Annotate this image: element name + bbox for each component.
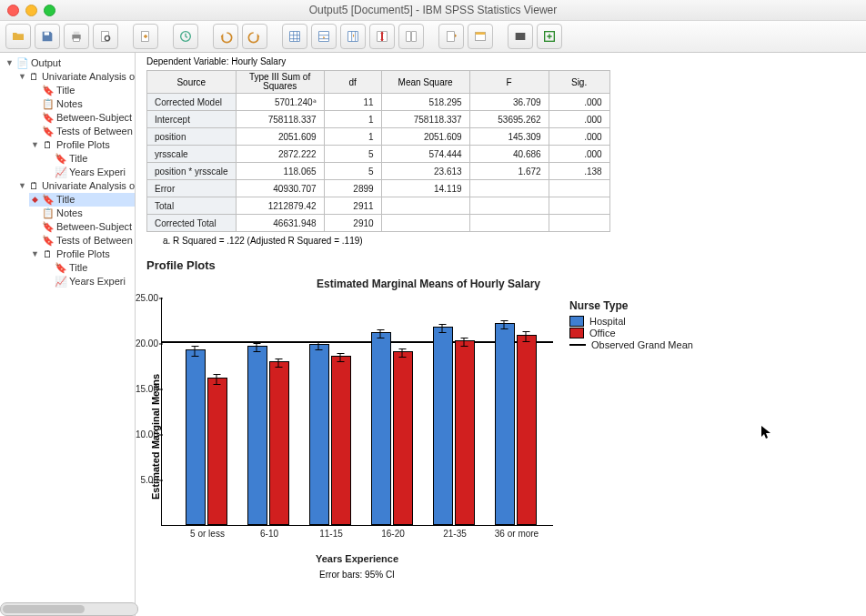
tree-label: Title xyxy=(56,84,75,97)
window-title: Output5 [Document5] - IBM SPSS Statistic… xyxy=(0,4,866,16)
tree-profile-title-1[interactable]: 🔖Title xyxy=(42,152,135,166)
output-icon: 📄 xyxy=(16,58,28,69)
tree-univariate-1[interactable]: ▼🗒Univariate Analysis of xyxy=(16,70,135,84)
error-bar xyxy=(318,341,319,350)
export-button[interactable] xyxy=(133,24,158,49)
tree-between-2[interactable]: 🔖Between-Subject xyxy=(29,220,135,234)
tree-title-1[interactable]: 🔖Title xyxy=(29,84,135,97)
y-tick: 5.00 xyxy=(136,475,158,485)
table-icon: 🔖 xyxy=(42,126,54,137)
outline-sidebar[interactable]: ▼📄Output ▼🗒Univariate Analysis of 🔖Title… xyxy=(0,53,136,616)
tree-tests-2[interactable]: 🔖Tests of Between xyxy=(29,234,135,247)
legend-label: Observed Grand Mean xyxy=(591,339,693,350)
title-icon: 🔖 xyxy=(55,154,66,165)
bar-office xyxy=(331,356,351,525)
x-category-label: 5 or less xyxy=(178,525,237,539)
col-ms: Mean Square xyxy=(381,71,469,94)
tree-years-1[interactable]: 📈Years Experi xyxy=(42,166,135,179)
table-row[interactable]: position2051.60912051.609145.309.000 xyxy=(147,128,610,146)
x-category-label: 21-35 xyxy=(426,525,484,539)
tree-profile-1[interactable]: ▼🗒Profile Plots xyxy=(29,138,135,152)
tree-profile-2[interactable]: ▼🗒Profile Plots xyxy=(29,247,135,261)
insert-button[interactable] xyxy=(398,24,424,49)
sidebar-horizontal-scrollbar[interactable] xyxy=(0,602,138,616)
tree-label: Title xyxy=(69,261,87,275)
anova-table[interactable]: Source Type III Sum of Squares df Mean S… xyxy=(146,70,610,232)
x-category-label: 36 or more xyxy=(488,525,546,539)
svg-rect-9 xyxy=(319,32,329,42)
error-bar xyxy=(442,324,443,333)
table-row[interactable]: Corrected Model5701.240ᵃ11518.29536.709.… xyxy=(147,94,610,111)
undo-button[interactable] xyxy=(213,24,238,49)
notes-icon: 📋 xyxy=(42,208,54,219)
y-tick: 25.00 xyxy=(136,293,158,303)
error-bar xyxy=(380,329,381,338)
bar-hospital xyxy=(247,346,267,525)
chart-plot-area: 5.0010.0015.0020.0025.005 or less6-1011-… xyxy=(161,298,553,526)
tree-title-2[interactable]: ◆🔖Title xyxy=(29,193,135,207)
folder-icon: 🗒 xyxy=(42,140,54,151)
tree-label: Title xyxy=(69,152,87,166)
bar-hospital xyxy=(186,349,206,525)
tree-notes-2[interactable]: 📋Notes xyxy=(29,207,135,220)
add-button[interactable] xyxy=(537,24,562,49)
title-icon: 🔖 xyxy=(55,263,66,274)
output-viewer[interactable]: Dependent Variable: Hourly Salary Source… xyxy=(136,53,866,616)
legend-swatch-hospital xyxy=(569,316,584,327)
error-bar xyxy=(278,358,279,368)
goto-case-button[interactable] xyxy=(311,24,337,49)
redo-button[interactable] xyxy=(242,24,267,49)
recall-dialog-button[interactable] xyxy=(173,24,198,49)
print-button[interactable] xyxy=(64,24,89,49)
tree-profile-title-2[interactable]: 🔖Title xyxy=(42,261,135,275)
scrollbar-thumb[interactable] xyxy=(3,605,85,613)
chart-x-axis-label: Years Experience xyxy=(161,553,553,564)
tree-years-2[interactable]: 📈Years Experi xyxy=(42,275,135,288)
error-bar xyxy=(340,353,341,362)
variables-button[interactable] xyxy=(369,24,395,49)
table-row[interactable]: Total1212879.422911 xyxy=(147,197,610,215)
tree-output-root[interactable]: ▼📄Output xyxy=(4,56,135,70)
svg-rect-12 xyxy=(407,32,411,42)
table-row[interactable]: yrsscale2872.2225574.44440.686.000 xyxy=(147,146,610,163)
col-f: F xyxy=(469,71,549,94)
chart-error-bar-note: Error bars: 95% CI xyxy=(161,570,553,580)
tree-label: Between-Subject xyxy=(56,111,132,125)
print-preview-button[interactable] xyxy=(93,24,118,49)
tree-label: Univariate Analysis of xyxy=(42,179,136,193)
tree-label: Tests of Between xyxy=(56,125,133,138)
bar-office xyxy=(207,378,227,525)
table-row[interactable]: position * yrsscale118.065523.6131.672.1… xyxy=(147,163,610,180)
tree-univariate-2[interactable]: ▼🗒Univariate Analysis of xyxy=(16,179,135,193)
error-bar xyxy=(402,348,403,358)
y-tick: 15.00 xyxy=(136,384,158,394)
legend-swatch-office xyxy=(569,328,584,338)
log-icon: 🗒 xyxy=(29,181,39,192)
tree-label: Univariate Analysis of xyxy=(42,70,136,84)
goto-variable-button[interactable] xyxy=(340,24,366,49)
folder-icon: 🗒 xyxy=(42,249,54,260)
profile-plot-chart[interactable]: Estimated Marginal Means of Hourly Salar… xyxy=(146,278,710,580)
goto-data-button[interactable] xyxy=(282,24,307,49)
tree-notes-1[interactable]: 📋Notes xyxy=(29,97,135,111)
legend-label: Hospital xyxy=(589,316,626,327)
col-sig: Sig. xyxy=(549,71,609,94)
bar-office xyxy=(517,335,537,525)
bar-office xyxy=(455,340,475,525)
open-file-button[interactable] xyxy=(5,24,31,49)
tree-between-1[interactable]: 🔖Between-Subject xyxy=(29,111,135,125)
run-button[interactable] xyxy=(508,24,533,49)
table-icon: 🔖 xyxy=(42,222,54,233)
chart-icon: 📈 xyxy=(55,277,66,288)
table-row[interactable]: Intercept758118.3371758118.33753695.262.… xyxy=(147,111,610,128)
chart-title: Estimated Marginal Means of Hourly Salar… xyxy=(146,278,710,290)
designate-window-button[interactable] xyxy=(468,24,493,49)
error-bar xyxy=(257,343,257,352)
table-row[interactable]: Corrected Total46631.9482910 xyxy=(147,215,610,232)
table-icon: 🔖 xyxy=(42,236,54,247)
col-source: Source xyxy=(147,71,237,94)
save-button[interactable] xyxy=(35,24,60,49)
select-last-output-button[interactable] xyxy=(438,24,464,49)
table-row[interactable]: Error40930.707289914.119 xyxy=(147,180,610,197)
tree-tests-1[interactable]: 🔖Tests of Between xyxy=(29,125,135,138)
